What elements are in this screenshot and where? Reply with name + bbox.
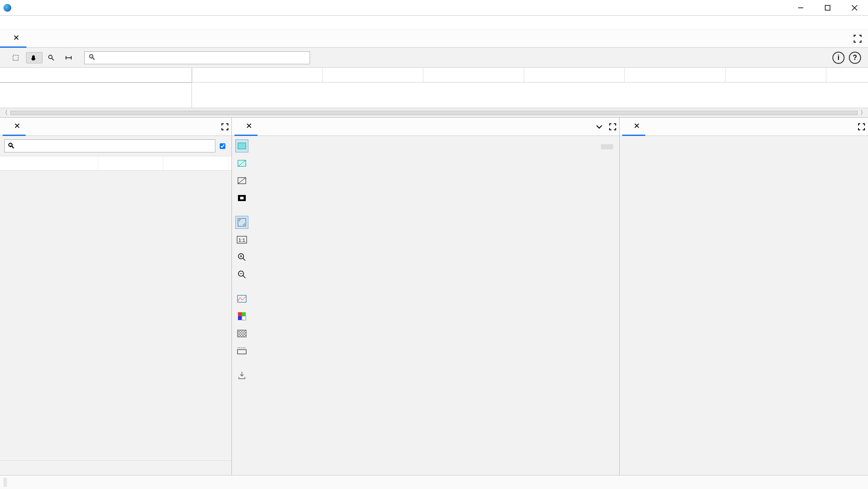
titlebar: [0, 0, 868, 16]
shaders-tab[interactable]: [310, 118, 320, 136]
zoom-icon: [48, 54, 55, 61]
command-index-label: [0, 460, 231, 475]
col-name[interactable]: [0, 156, 98, 170]
info-icon[interactable]: i: [832, 52, 845, 64]
mode-pan-button[interactable]: [26, 52, 43, 63]
commands-panel: ✕ 🔍︎: [0, 118, 232, 475]
state-panel: ✕: [620, 118, 868, 475]
state-tab-close-icon[interactable]: ✕: [634, 121, 640, 131]
svg-point-5: [49, 55, 52, 59]
mode-selection-button[interactable]: [9, 53, 24, 63]
timeline-scrollbar[interactable]: 〈 〉: [0, 108, 868, 117]
profile-tab-row: ✕: [0, 30, 868, 48]
mode-timing-button[interactable]: [62, 53, 77, 63]
hide-attachments-button[interactable]: [601, 144, 613, 149]
framebuffer-tab[interactable]: ✕: [234, 118, 257, 136]
svg-rect-16: [240, 197, 244, 199]
window-close-button[interactable]: [841, 0, 868, 16]
svg-line-6: [52, 58, 54, 60]
search-icon: 🔍︎: [88, 53, 96, 62]
fb-save-icon[interactable]: [235, 369, 248, 382]
textures-tab[interactable]: [278, 118, 289, 136]
command-search-input[interactable]: 🔍︎: [4, 139, 215, 152]
menu-file[interactable]: [3, 22, 8, 23]
fb-wireframe-icon[interactable]: [235, 157, 248, 170]
chevron-down-icon[interactable]: [596, 123, 603, 130]
fb-vflip-icon[interactable]: [235, 344, 248, 357]
svg-rect-29: [242, 312, 246, 316]
svg-rect-27: [238, 295, 246, 302]
scroll-left-icon[interactable]: 〈: [2, 109, 8, 117]
profile-tab[interactable]: ✕: [0, 30, 26, 48]
svg-line-21: [243, 258, 245, 261]
menu-view[interactable]: [26, 22, 31, 23]
svg-rect-10: [238, 143, 246, 149]
mode-zoom-button[interactable]: [44, 53, 60, 63]
menu-edit[interactable]: [10, 22, 16, 23]
framebuffer-placeholder: [252, 158, 619, 475]
menu-goto[interactable]: [18, 22, 23, 23]
scroll-right-icon[interactable]: 〉: [860, 109, 866, 117]
commands-tab-close-icon[interactable]: ✕: [14, 121, 20, 131]
gpu-tracks[interactable]: [192, 83, 868, 108]
svg-rect-35: [238, 350, 246, 354]
server-value: [3, 478, 7, 487]
maximize-button[interactable]: [814, 0, 841, 16]
mode-toolbar: 🔍︎ i ?: [0, 48, 868, 68]
search-icon: 🔍︎: [7, 142, 15, 151]
fb-color-icon[interactable]: [235, 139, 248, 152]
time-ruler: [0, 68, 868, 83]
geometry-tab[interactable]: [294, 118, 304, 136]
svg-rect-4: [13, 55, 18, 60]
help-icon[interactable]: ?: [849, 52, 861, 64]
selection-icon: [12, 54, 19, 61]
state-fullscreen-icon[interactable]: [858, 123, 865, 131]
svg-rect-17: [238, 218, 246, 226]
commands-fullscreen-icon[interactable]: [221, 123, 229, 131]
framebuffer-tab-close-icon[interactable]: ✕: [246, 121, 252, 131]
col-gpu-time[interactable]: [98, 156, 163, 170]
fb-depth-icon[interactable]: [235, 174, 248, 187]
filter-tracks-input[interactable]: 🔍︎: [84, 51, 310, 64]
fb-histogram-icon[interactable]: [235, 292, 248, 305]
gpu-queue-label: [0, 83, 192, 108]
profile-fullscreen-icon[interactable]: [853, 34, 862, 43]
fb-zoom-in-icon[interactable]: [235, 251, 248, 264]
commands-tab[interactable]: ✕: [3, 118, 26, 136]
svg-rect-28: [238, 312, 242, 316]
state-placeholder: [620, 136, 868, 475]
middle-fullscreen-icon[interactable]: [609, 123, 617, 131]
svg-rect-1: [825, 5, 830, 10]
svg-line-14: [238, 178, 246, 184]
fb-checker-icon[interactable]: [235, 327, 248, 340]
regex-checkbox[interactable]: [220, 143, 227, 149]
menubar: [0, 16, 868, 30]
ruler-grid[interactable]: [192, 68, 868, 82]
fb-overlay-icon[interactable]: [235, 192, 248, 205]
svg-line-25: [243, 275, 245, 278]
menu-help[interactable]: [34, 22, 39, 23]
svg-rect-31: [242, 316, 246, 320]
hand-icon: [30, 54, 37, 61]
fb-zoom-out-icon[interactable]: [235, 268, 248, 281]
svg-rect-34: [238, 330, 246, 337]
fb-fit-icon[interactable]: [235, 216, 248, 229]
col-wall-time[interactable]: [163, 156, 228, 170]
minimize-button[interactable]: [787, 0, 814, 16]
timing-icon: [65, 54, 72, 61]
profile-tab-close-icon[interactable]: ✕: [13, 33, 20, 43]
pipeline-tab[interactable]: [263, 118, 273, 136]
framebuffer-panel: ✕ 1:1: [232, 118, 620, 475]
statusbar: [0, 475, 868, 489]
state-tab[interactable]: ✕: [622, 118, 645, 136]
app-icon: [3, 4, 11, 12]
svg-text:1:1: 1:1: [238, 238, 245, 243]
fb-channels-icon[interactable]: [235, 310, 248, 323]
svg-rect-30: [238, 316, 242, 320]
timeline: 〈 〉: [0, 68, 868, 118]
fb-actual-size-icon[interactable]: 1:1: [235, 233, 248, 246]
